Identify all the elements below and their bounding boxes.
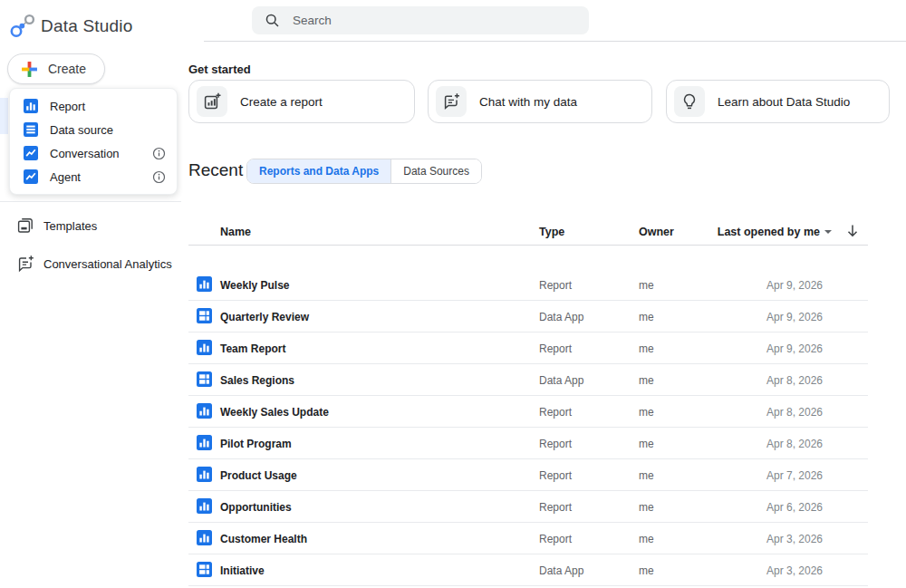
data-source-tile-icon (24, 122, 38, 137)
row-date: Apr 6, 2026 (766, 501, 823, 514)
menu-item-label: Data source (50, 123, 166, 137)
recent-tab-group: Reports and Data Apps Data Sources (246, 159, 482, 184)
table-row[interactable]: Pilot Program Report me Apr 8, 2026 (188, 428, 868, 459)
row-owner: me (639, 438, 654, 450)
row-owner: me (639, 279, 654, 292)
info-icon[interactable] (152, 170, 166, 184)
table-row[interactable]: Team Report Report me Apr 9, 2026 (188, 333, 868, 364)
report-tile-icon (24, 99, 38, 113)
row-owner: me (639, 406, 654, 419)
row-date: Apr 8, 2026 (766, 438, 823, 450)
row-owner: me (639, 564, 654, 577)
row-date: Apr 9, 2026 (766, 311, 823, 323)
row-date: Apr 9, 2026 (766, 279, 823, 292)
row-type: Data App (539, 564, 583, 577)
recent-table: Name Type Owner Last opened by me (188, 221, 868, 586)
create-button-label: Create (48, 62, 86, 76)
caret-down-icon (824, 230, 832, 234)
sidebar-item-templates[interactable]: Templates (0, 211, 181, 240)
row-owner: me (639, 533, 654, 545)
row-type: Report (539, 469, 572, 482)
card-chat-with-my-data[interactable]: Chat with my data (428, 80, 652, 123)
report-add-icon (197, 86, 227, 117)
table-row[interactable]: Weekly Pulse Report me Apr 9, 2026 (188, 269, 868, 301)
recent-title: Recent (188, 160, 243, 180)
recent-table-body: Weekly Pulse Report me Apr 9, 2026 Quart… (188, 269, 868, 586)
info-icon[interactable] (152, 147, 166, 160)
card-label: Chat with my data (479, 95, 577, 109)
report-icon (197, 467, 212, 482)
row-owner: me (639, 469, 654, 482)
row-type: Data App (539, 374, 583, 387)
table-row[interactable]: Sales Regions Data App me Apr 8, 2026 (188, 364, 868, 396)
row-type: Report (539, 501, 572, 514)
create-menu: Report Data source Conversation (9, 88, 178, 195)
templates-icon (16, 217, 34, 235)
menu-item-label: Report (50, 100, 166, 113)
menu-item-label: Conversation (50, 147, 152, 160)
row-owner: me (639, 501, 654, 514)
report-icon (197, 340, 212, 355)
row-date: Apr 7, 2026 (766, 469, 823, 482)
table-row[interactable]: Customer Health Report me Apr 3, 2026 (188, 523, 868, 554)
report-icon (197, 403, 212, 419)
column-header-last-opened[interactable]: Last opened by me (718, 226, 832, 238)
report-icon (197, 530, 212, 545)
card-create-a-report[interactable]: Create a report (188, 80, 415, 123)
report-icon (197, 498, 212, 514)
row-type: Data App (539, 311, 583, 323)
tab-data-sources[interactable]: Data Sources (390, 159, 481, 183)
column-header-type[interactable]: Type (539, 226, 564, 238)
row-name: Pilot Program (220, 438, 292, 450)
search-input[interactable] (293, 14, 564, 27)
table-row[interactable]: Product Usage Report me Apr 7, 2026 (188, 459, 868, 491)
row-name: Weekly Sales Update (220, 406, 329, 419)
card-label: Learn about Data Studio (718, 95, 850, 109)
chat-analytics-icon (16, 255, 34, 273)
chat-add-icon (436, 86, 467, 117)
row-name: Quarterly Review (220, 311, 309, 323)
menu-item-data-source[interactable]: Data source (10, 118, 177, 141)
table-row[interactable]: Initiative Data App me Apr 3, 2026 (188, 554, 868, 586)
column-header-owner[interactable]: Owner (639, 226, 674, 238)
table-row[interactable]: Weekly Sales Update Report me Apr 8, 202… (188, 396, 868, 428)
data-app-icon (197, 371, 212, 387)
column-header-name[interactable]: Name (220, 226, 251, 238)
menu-item-agent[interactable]: Agent (10, 165, 177, 188)
row-type: Report (539, 533, 572, 545)
row-date: Apr 9, 2026 (766, 342, 823, 355)
menu-item-conversation[interactable]: Conversation (10, 141, 177, 165)
row-type: Report (539, 342, 572, 355)
highlighted-nav-sliver (0, 98, 8, 134)
row-type: Report (539, 406, 572, 419)
row-date: Apr 3, 2026 (766, 533, 823, 545)
card-learn-about-data-studio[interactable]: Learn about Data Studio (666, 80, 890, 123)
sort-arrow-down-icon[interactable] (844, 223, 861, 239)
row-owner: me (639, 374, 654, 387)
search-box[interactable] (252, 6, 589, 34)
create-button[interactable]: Create (7, 53, 105, 84)
row-name: Initiative (220, 564, 265, 577)
row-name: Product Usage (220, 469, 297, 482)
sidebar-item-label: Templates (43, 219, 97, 233)
data-studio-logo-icon[interactable] (9, 12, 36, 39)
table-row[interactable]: Quarterly Review Data App me Apr 9, 2026 (188, 301, 868, 333)
get-started-title: Get started (188, 63, 251, 76)
report-icon (197, 435, 212, 450)
menu-item-label: Agent (50, 170, 152, 184)
agent-tile-icon (24, 169, 38, 184)
row-type: Report (539, 279, 572, 292)
sidebar-item-label: Conversational Analytics (43, 257, 172, 271)
search-icon (265, 13, 280, 28)
row-date: Apr 8, 2026 (766, 406, 823, 419)
conversation-tile-icon (24, 146, 38, 160)
tab-reports-and-data-apps[interactable]: Reports and Data Apps (247, 159, 390, 183)
row-name: Weekly Pulse (220, 279, 290, 292)
row-date: Apr 8, 2026 (766, 374, 823, 387)
lightbulb-icon (674, 86, 705, 117)
sidebar-item-conversational-analytics[interactable]: Conversational Analytics (0, 249, 181, 278)
table-header-divider (188, 245, 868, 246)
table-row[interactable]: Opportunities Report me Apr 6, 2026 (188, 491, 868, 523)
report-icon (197, 276, 212, 292)
menu-item-report[interactable]: Report (10, 94, 177, 118)
